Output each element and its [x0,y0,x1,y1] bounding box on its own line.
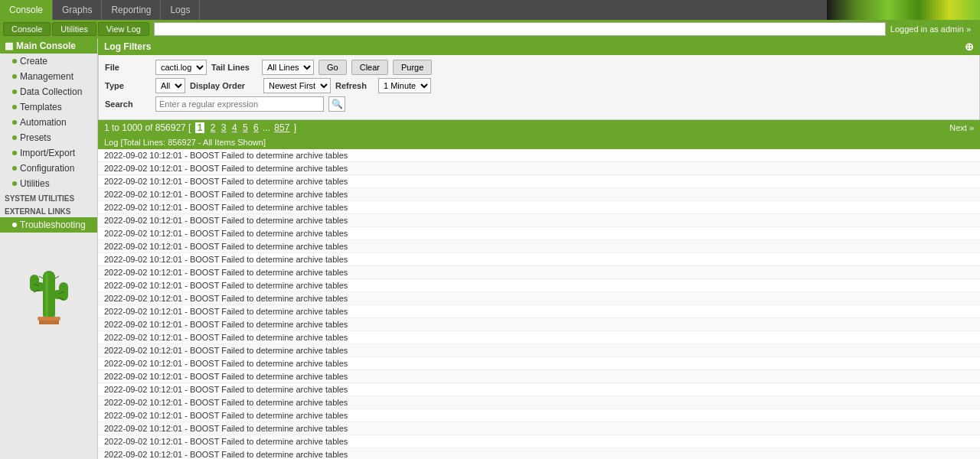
log-row: 2022-09-02 10:12:01 - BOOST Failed to de… [98,409,980,422]
dot-icon [12,135,17,140]
log-row: 2022-09-02 10:12:01 - BOOST Failed to de… [98,422,980,435]
tab-logs[interactable]: Logs [161,0,200,20]
log-row: 2022-09-02 10:12:01 - BOOST Failed to de… [98,266,980,279]
svg-line-11 [55,276,59,278]
dot-icon [12,151,17,155]
tail-lines-select[interactable]: All Lines [262,60,314,75]
log-row: 2022-09-02 10:12:01 - BOOST Failed to de… [98,227,980,240]
dot-icon [12,166,17,171]
log-row: 2022-09-02 10:12:01 - BOOST Failed to de… [98,240,980,253]
dot-icon [12,59,17,63]
display-order-select[interactable]: Newest First [263,78,331,93]
page-2-link[interactable]: 2 [211,122,216,133]
log-row: 2022-09-02 10:12:01 - BOOST Failed to de… [98,292,980,305]
sidebar-item-data-collection[interactable]: Data Collection [0,84,97,99]
sidebar-item-create[interactable]: Create [0,54,97,69]
pagination-info: 1 to 1000 of 856927 [ 1 2 3 4 5 6 ... 85… [104,122,296,133]
filter-row-search: Search 🔍 [105,96,973,112]
cactus-logo [0,233,97,340]
file-select[interactable]: cacti.log [155,60,207,75]
sidebar-group-system-utilities: System Utilities [0,191,97,204]
type-select[interactable]: All [155,78,185,93]
search-label: Search [105,99,151,109]
go-button[interactable]: Go [318,60,347,75]
sidebar-item-automation[interactable]: Automation [0,115,97,130]
log-filters-header: Log Filters ⊕ [98,38,980,55]
cactus-svg [22,248,76,324]
log-row: 2022-09-02 10:12:01 - BOOST Failed to de… [98,305,980,318]
sidebar-item-troubleshooting[interactable]: Troubleshooting [0,217,97,233]
log-row: 2022-09-02 10:12:01 - BOOST Failed to de… [98,383,980,396]
tab-console[interactable]: Console [0,0,53,20]
dot-icon [12,181,17,186]
page-current[interactable]: 1 [195,122,205,133]
refresh-select[interactable]: 1 Minute [378,78,431,93]
page-ellipsis: ... [263,122,273,133]
content-area: Log Filters ⊕ File cacti.log Tail Lines … [98,38,980,459]
log-table-header: Log [Total Lines: 856927 - All Items Sho… [98,135,980,149]
log-filters-title: Log Filters [104,41,151,52]
grid-icon: ▦ [5,41,13,51]
filter-row-file: File cacti.log Tail Lines All Lines Go C… [105,60,973,75]
console-button[interactable]: Console [3,22,51,36]
search-input[interactable] [155,96,324,112]
dot-icon [12,223,17,227]
second-nav: Console Utilities View Log Logged in as … [0,20,980,38]
log-row: 2022-09-02 10:12:01 - BOOST Failed to de… [98,448,980,459]
svg-rect-5 [45,272,48,318]
expand-icon[interactable]: ⊕ [965,41,974,53]
log-row: 2022-09-02 10:12:01 - BOOST Failed to de… [98,370,980,383]
clear-button[interactable]: Clear [351,60,388,75]
dot-icon [12,120,17,125]
log-row: 2022-09-02 10:12:01 - BOOST Failed to de… [98,344,980,357]
purge-button[interactable]: Purge [393,60,432,75]
display-order-label: Display Order [190,81,259,90]
log-filters-body: File cacti.log Tail Lines All Lines Go C… [98,55,980,120]
tab-reporting[interactable]: Reporting [102,0,161,20]
page-6-link[interactable]: 6 [253,122,259,133]
log-row: 2022-09-02 10:12:01 - BOOST Failed to de… [98,279,980,292]
page-3-link[interactable]: 3 [221,122,227,133]
page-857-link[interactable]: 857 [274,122,289,133]
tail-lines-label: Tail Lines [211,63,257,72]
next-button[interactable]: Next » [949,123,974,132]
type-label: Type [105,81,151,90]
logo [827,0,980,20]
sidebar-item-utilities[interactable]: Utilities [0,176,97,191]
log-row: 2022-09-02 10:12:01 - BOOST Failed to de… [98,357,980,370]
log-row: 2022-09-02 10:12:01 - BOOST Failed to de… [98,331,980,344]
sidebar-item-import-export[interactable]: Import/Export [0,145,97,161]
sidebar-item-configuration[interactable]: Configuration [0,161,97,176]
sidebar-item-presets[interactable]: Presets [0,130,97,145]
file-label: File [105,63,151,72]
view-log-button[interactable]: View Log [98,22,149,36]
log-row: 2022-09-02 10:12:01 - BOOST Failed to de… [98,396,980,409]
filter-row-type: Type All Display Order Newest First Refr… [105,78,973,93]
sidebar-item-management[interactable]: Management [0,69,97,84]
dot-icon [12,74,17,79]
log-row: 2022-09-02 10:12:01 - BOOST Failed to de… [98,188,980,201]
page-4-link[interactable]: 4 [232,122,237,133]
log-row: 2022-09-02 10:12:01 - BOOST Failed to de… [98,318,980,331]
log-body: 2022-09-02 10:12:01 - BOOST Failed to de… [98,149,980,459]
logged-in-label: Logged in as admin » [890,24,977,34]
log-row: 2022-09-02 10:12:01 - BOOST Failed to de… [98,435,980,448]
search-icon-button[interactable]: 🔍 [328,96,345,112]
dot-icon [12,90,17,94]
refresh-label: Refresh [335,81,374,90]
svg-line-10 [39,276,43,278]
log-row: 2022-09-02 10:12:01 - BOOST Failed to de… [98,162,980,175]
dot-icon [12,105,17,109]
tab-graphs[interactable]: Graphs [53,0,102,20]
pagination-bar: 1 to 1000 of 856927 [ 1 2 3 4 5 6 ... 85… [98,120,980,135]
sidebar-group-external-links: External Links [0,204,97,217]
log-row: 2022-09-02 10:12:01 - BOOST Failed to de… [98,201,980,214]
utilities-button[interactable]: Utilities [52,22,96,36]
svg-rect-2 [30,275,39,291]
sidebar-item-templates[interactable]: Templates [0,99,97,115]
nav-search-bar [154,22,886,36]
page-5-link[interactable]: 5 [243,122,248,133]
sidebar-main-console[interactable]: ▦ Main Console [0,38,97,54]
log-row: 2022-09-02 10:12:01 - BOOST Failed to de… [98,149,980,162]
sidebar: ▦ Main Console Create Management Data Co… [0,38,98,459]
